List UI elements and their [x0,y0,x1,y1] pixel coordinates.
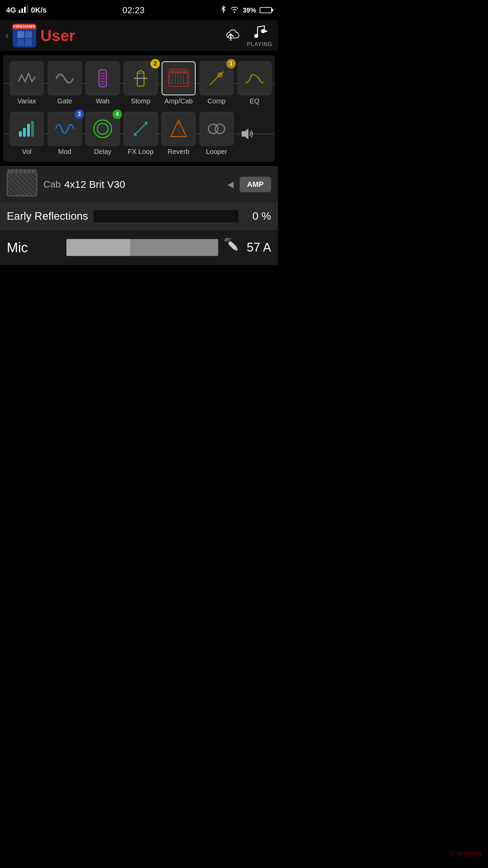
early-reflections-row: Early Reflections 0 % [0,202,278,230]
header-actions: PLAYING [220,24,272,47]
fx-mod[interactable]: 3 Mod [46,112,83,156]
music-icon [251,24,268,41]
fx-looper[interactable]: Looper [198,112,235,156]
carrier-label: 4G [6,6,16,15]
svg-rect-2 [24,7,26,13]
svg-point-7 [254,34,258,38]
fx-stomp[interactable]: 2 Stomp [122,61,159,105]
back-button[interactable]: ‹ [5,30,8,41]
stomp-badge: 2 [150,59,160,68]
fx-comp[interactable]: 1 Comp [198,61,235,105]
svg-rect-0 [19,10,20,13]
playing-label: PLAYING [247,41,272,47]
fxloop-icon-box [124,112,158,146]
mic-row: Mic 45° 57 A [0,230,278,265]
comp-label: Comp [207,97,225,105]
status-left: 4G 0K/s [6,5,47,15]
fxloop-label: FX Loop [128,148,154,156]
early-reflections-value: 0 % [244,210,271,222]
fx-gate[interactable]: Gate [46,61,83,105]
page-title: User [40,26,216,45]
wah-label: Wah [96,97,109,105]
svg-rect-1 [21,8,23,13]
svg-point-40 [94,120,111,138]
time-display: 02:23 [122,5,144,16]
cab-label: Cab [43,179,61,190]
amp-button[interactable]: AMP [240,177,271,192]
variax-label: Variax [17,97,36,105]
svg-rect-36 [19,131,22,137]
app-logo: FIREHAWK [13,24,36,47]
ampcab-label: Amp/Cab [164,97,192,105]
svg-marker-50 [242,129,248,139]
fx-wah[interactable]: Wah [84,61,121,105]
bottom-area [0,265,278,536]
speaker-icon-box [236,117,257,151]
speed-label: 0K/s [31,6,46,15]
status-right: 39% [220,5,272,15]
cab-info: Cab 4x12 Brit V30 [43,179,221,190]
header: ‹ FIREHAWK User [0,20,278,51]
mic-icon-area: 45° 57 A [224,237,271,258]
status-bar: 4G 0K/s 02:23 39% [0,0,278,20]
signal-bars [19,5,28,15]
variax-icon-box [10,61,44,95]
gate-label: Gate [57,97,72,105]
gate-icon-box [48,61,82,95]
fx-ampcab[interactable]: Amp/Cab [160,61,197,105]
delay-label: Delay [94,148,111,156]
looper-icon-box [200,112,233,146]
ampcab-icon-box [162,61,196,95]
stomp-icon-box: 2 [124,61,158,95]
early-reflections-bar[interactable] [94,210,239,222]
cab-name: 4x12 Brit V30 [64,179,125,190]
cloud-upload-button[interactable] [220,25,242,46]
chain-row-2: Vol 3 Mod 4 Delay [4,110,274,158]
svg-rect-38 [27,124,30,137]
fx-delay[interactable]: 4 Delay [84,112,121,156]
delay-badge: 4 [113,110,122,119]
eq-icon-box [238,61,271,95]
mic-label: Mic [7,240,61,255]
mic-type-value: 57 A [247,240,271,255]
comp-badge: 1 [226,59,236,68]
svg-rect-18 [169,73,188,86]
svg-rect-3 [27,5,28,13]
fx-variax[interactable]: Variax [8,61,45,105]
reverb-label: Reverb [168,148,189,156]
eq-label: EQ [250,97,260,105]
svg-marker-9 [265,30,268,33]
svg-rect-39 [31,121,34,137]
bluetooth-icon [220,5,226,15]
svg-point-8 [261,29,265,33]
looper-label: Looper [206,148,227,156]
mic-bar[interactable] [66,239,218,256]
vol-icon-box [10,112,44,146]
svg-point-49 [215,124,225,134]
wah-icon-box [86,61,120,95]
stomp-label: Stomp [131,97,150,105]
playing-button[interactable]: PLAYING [247,24,272,47]
fx-eq[interactable]: EQ [236,61,273,105]
svg-text:45°: 45° [224,237,231,242]
reverb-icon-box [162,112,196,146]
fx-reverb[interactable]: Reverb [160,112,197,156]
mod-label: Mod [58,148,72,156]
svg-rect-37 [23,128,26,137]
cab-arrow: ◀ [227,180,233,189]
fx-fxloop[interactable]: FX Loop [122,112,159,156]
early-reflections-label: Early Reflections [7,210,88,222]
vol-label: Vol [22,148,32,156]
svg-rect-25 [169,69,188,72]
logo-text: FIREHAWK [13,24,36,29]
delay-icon-box: 4 [86,112,120,146]
svg-line-42 [134,122,147,136]
fx-output [236,117,257,151]
mod-icon-box: 3 [48,112,82,146]
param-section: Early Reflections 0 % Mic 45° [0,202,278,265]
fx-vol[interactable]: Vol [8,112,45,156]
comp-icon-box: 1 [200,61,233,95]
cab-icon [7,173,37,196]
mic-angle-icon: 45° [224,237,244,258]
mod-badge: 3 [75,110,84,119]
